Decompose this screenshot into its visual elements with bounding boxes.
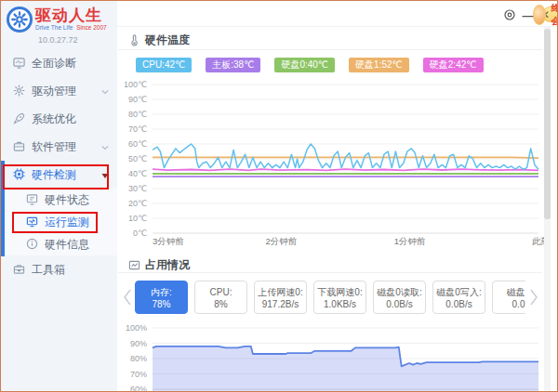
svg-text:30℃: 30℃ xyxy=(128,184,147,193)
usage-chart: 100%90%80%70%60% xyxy=(125,321,552,392)
sidebar-item-monitor[interactable]: 运行监测 xyxy=(1,211,117,233)
scrollbar-thumb[interactable] xyxy=(544,29,551,219)
usage-card-label: CPU: xyxy=(195,286,246,298)
chevron-down-icon[interactable] xyxy=(100,86,110,96)
avatar[interactable] xyxy=(533,5,546,25)
usage-card-3[interactable]: 下载网速0:1.0KB/s xyxy=(313,281,366,314)
sidebar: 驱动人生 Drive The Life Since 2007 10.0.27.7… xyxy=(1,1,117,391)
thermometer-icon xyxy=(128,34,140,46)
sidebar-menu: 全面诊断驱动管理系统优化软件管理硬件检测硬件状态运行监测硬件信息工具箱 xyxy=(1,49,117,283)
svg-text:100℃: 100℃ xyxy=(125,80,147,89)
usage-card-2[interactable]: 上传网速0:917.2B/s xyxy=(254,281,307,314)
usage-card-1[interactable]: CPU:8% xyxy=(194,281,247,314)
sidebar-item-hw-status[interactable]: 硬件状态 xyxy=(1,189,117,211)
usage-card-value: 0.0B/s xyxy=(374,298,425,310)
temp-badge-主板[interactable]: 主板:38℃ xyxy=(206,58,260,72)
svg-text:10℃: 10℃ xyxy=(128,214,147,223)
app-title: 驱动人生 xyxy=(35,7,107,24)
app-version: 10.0.27.72 xyxy=(38,35,78,45)
sidebar-item-optimize[interactable]: 系统优化 xyxy=(1,105,117,133)
svg-text:100%: 100% xyxy=(126,323,147,333)
usage-card-value: 78% xyxy=(136,298,187,310)
usage-card-value: 0.0 xyxy=(493,298,525,310)
temp-badge-硬盘1[interactable]: 硬盘1:52℃ xyxy=(349,58,409,72)
usage-chart-icon xyxy=(128,259,140,271)
sidebar-item-diagnosis[interactable]: 全面诊断 xyxy=(1,49,117,77)
svg-text:90℃: 90℃ xyxy=(128,95,147,104)
usage-cards-viewport: 内存:78%CPU:8%上传网速0:917.2B/s下载网速0:1.0KB/s磁… xyxy=(135,278,525,317)
usage-cards-row: 内存:78%CPU:8%上传网速0:917.2B/s下载网速0:1.0KB/s磁… xyxy=(120,278,540,317)
chevron-down-icon[interactable] xyxy=(100,142,110,151)
temperature-legend: CPU:42℃主板:38℃硬盘0:40℃硬盘1:52℃硬盘2:42℃ xyxy=(136,58,484,72)
svg-text:70℃: 70℃ xyxy=(128,124,147,134)
usage-title: 占用情况 xyxy=(145,257,190,273)
svg-text:90%: 90% xyxy=(130,339,147,348)
titlebar: 终身会员 V — ✕ xyxy=(117,1,557,27)
app-logo: 驱动人生 Drive The Life Since 2007 xyxy=(7,7,107,33)
usage-card-0[interactable]: 内存:78% xyxy=(135,281,188,314)
svg-text:60%: 60% xyxy=(130,385,147,392)
diagnosis-icon xyxy=(13,57,26,70)
sidebar-item-label: 运行监测 xyxy=(45,215,89,230)
divider xyxy=(118,49,542,50)
app-subtitle: Drive The Life xyxy=(35,24,73,31)
svg-text:70%: 70% xyxy=(130,370,147,379)
settings-gear-icon[interactable] xyxy=(501,7,518,23)
member-label: 终身会员 xyxy=(551,2,558,28)
svg-text:1分钟前: 1分钟前 xyxy=(394,236,426,246)
sidebar-item-hw-info[interactable]: 硬件信息 xyxy=(1,233,117,255)
status-icon xyxy=(26,193,39,206)
usage-card-4[interactable]: 磁盘0读取:0.0B/s xyxy=(373,281,426,314)
active-group-indicator xyxy=(1,161,5,256)
sidebar-item-software[interactable]: 软件管理 xyxy=(1,133,117,161)
scroll-right-button[interactable] xyxy=(527,286,540,308)
main-content: 硬件温度 CPU:42℃主板:38℃硬盘0:40℃硬盘1:52℃硬盘2:42℃ … xyxy=(117,27,557,391)
usage-card-5[interactable]: 磁盘0写入:0.0B/s xyxy=(432,281,485,314)
sidebar-item-hardware[interactable]: 硬件检测 xyxy=(1,161,117,189)
toolbox-icon xyxy=(13,263,26,276)
sidebar-item-driver[interactable]: 驱动管理 xyxy=(1,77,117,105)
logo-gear-icon xyxy=(7,7,33,33)
usage-card-value: 917.2B/s xyxy=(255,298,306,310)
monitor-icon xyxy=(26,216,39,229)
svg-text:80℃: 80℃ xyxy=(128,110,147,119)
sidebar-item-label: 硬件状态 xyxy=(45,192,89,208)
svg-text:3分钟前: 3分钟前 xyxy=(153,236,184,246)
usage-card-value: 1.0KB/s xyxy=(314,298,365,310)
app-window: 驱动人生 Drive The Life Since 2007 10.0.27.7… xyxy=(0,0,558,392)
triangle-down-icon[interactable] xyxy=(100,170,110,179)
usage-card-6[interactable]: 磁盘10.0 xyxy=(492,281,525,314)
sidebar-item-label: 软件管理 xyxy=(32,139,76,155)
sidebar-item-label: 系统优化 xyxy=(32,111,76,127)
gear-icon xyxy=(13,85,26,98)
temp-badge-CPU[interactable]: CPU:42℃ xyxy=(136,58,192,72)
usage-section-header: 占用情况 xyxy=(128,257,190,273)
temp-badge-硬盘2[interactable]: 硬盘2:42℃ xyxy=(423,58,484,72)
sidebar-item-label: 硬件检测 xyxy=(32,167,76,183)
usage-card-value: 8% xyxy=(195,298,246,310)
usage-card-label: 下载网速0: xyxy=(314,286,365,298)
divider xyxy=(118,272,542,273)
svg-text:60℃: 60℃ xyxy=(128,139,147,149)
software-icon xyxy=(13,140,26,153)
usage-card-value: 0.0B/s xyxy=(433,298,485,310)
chip-icon xyxy=(13,168,26,181)
sidebar-item-label: 硬件信息 xyxy=(45,237,89,253)
sidebar-item-label: 全面诊断 xyxy=(32,56,76,72)
usage-card-label: 上传网速0: xyxy=(255,286,306,298)
usage-card-label: 内存: xyxy=(136,286,187,298)
sidebar-item-label: 驱动管理 xyxy=(32,84,76,99)
sidebar-item-toolbox[interactable]: 工具箱 xyxy=(1,255,117,283)
sidebar-item-label: 工具箱 xyxy=(32,262,65,278)
svg-text:80%: 80% xyxy=(130,354,147,363)
svg-text:20℃: 20℃ xyxy=(128,199,147,208)
app-since: Since 2007 xyxy=(76,24,107,31)
svg-text:40℃: 40℃ xyxy=(128,169,147,178)
temperature-section-header: 硬件温度 xyxy=(128,33,190,48)
rocket-icon xyxy=(13,112,26,125)
temperature-title: 硬件温度 xyxy=(145,33,190,48)
usage-card-label: 磁盘0写入: xyxy=(433,286,485,298)
svg-text:0℃: 0℃ xyxy=(133,229,147,238)
temp-badge-硬盘0[interactable]: 硬盘0:40℃ xyxy=(274,58,335,72)
scroll-left-button[interactable] xyxy=(120,286,133,308)
